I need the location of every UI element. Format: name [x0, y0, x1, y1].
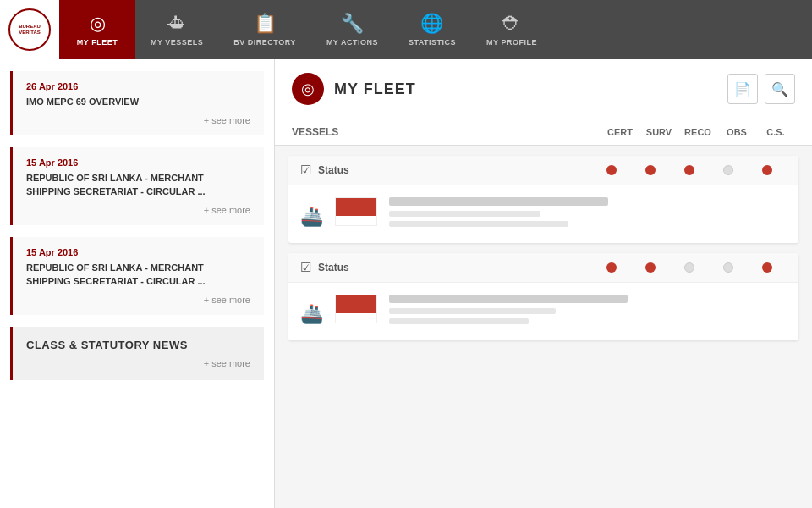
flag-stripe-2: [336, 305, 376, 313]
class-statutory-title: CLASS & STATUTORY NEWS: [26, 339, 250, 351]
dot-obs-1: [709, 165, 748, 175]
news-item-3[interactable]: 15 Apr 2016 REPUBLIC OF SRI LANKA - MERC…: [10, 237, 264, 315]
fleet-title: MY FLEET: [334, 80, 416, 98]
document-button[interactable]: 📄: [727, 74, 758, 104]
dot-reco-2-circle: [684, 262, 694, 273]
nav-label-my-profile: MY PROFILE: [486, 38, 537, 47]
search-button[interactable]: 🔍: [765, 74, 795, 104]
vessels-col-label: VESSELS: [292, 126, 601, 138]
dot-surv-2: [631, 262, 670, 273]
vessel-name-bar-1: [389, 197, 608, 206]
see-more-2[interactable]: + see more: [26, 205, 250, 215]
vessel-detail-bar-2a: [389, 308, 556, 314]
fleet-actions: 📄 🔍: [727, 74, 795, 104]
fleet-title-group: ◎ MY FLEET: [292, 73, 416, 105]
fleet-header: ◎ MY FLEET 📄 🔍: [275, 59, 812, 119]
dot-reco-1-circle: [684, 165, 694, 175]
nav-item-bv-directory[interactable]: 📋 BV DIRECTORY: [218, 0, 311, 59]
vessel-flag-2: [335, 295, 377, 323]
dot-cs-1: [748, 165, 787, 175]
nav-item-my-profile[interactable]: ⛑ MY PROFILE: [471, 0, 552, 59]
dot-reco-1: [670, 165, 709, 175]
nav-label-my-fleet: MY FLEET: [77, 38, 118, 47]
dot-cs-1-circle: [762, 165, 772, 175]
col-obs: OBS: [717, 127, 756, 137]
vessel-dots-2: [592, 262, 787, 273]
vessel-detail-bar-2b: [389, 318, 529, 324]
dot-obs-2-circle: [723, 262, 733, 273]
dot-reco-2: [670, 262, 709, 273]
nav-label-bv-directory: BV DIRECTORY: [233, 38, 296, 47]
vessel-flag-1: [335, 197, 377, 226]
vessel-status-1: Status: [318, 164, 349, 176]
fleet-circle-icon: ◎: [292, 73, 324, 105]
logo-text: BUREAUVERITAS: [19, 24, 41, 35]
vessel-checkbox-icon-2: ☑: [300, 260, 311, 275]
vessel-card-header-2: ☑ Status: [288, 253, 798, 283]
main-content: ◎ MY FLEET 📄 🔍 VESSELS CERT SURV RECO OB…: [275, 59, 812, 508]
vessel-status-group-2: ☑ Status: [300, 260, 349, 275]
nav-label-statistics: STATISTICS: [409, 38, 456, 47]
news-date-2: 15 Apr 2016: [26, 157, 250, 168]
news-title-2: REPUBLIC OF SRI LANKA - MERCHANT SHIPPIN…: [26, 172, 250, 198]
news-title-1: IMO MEPC 69 OVERVIEW: [26, 96, 250, 108]
col-reco: RECO: [678, 127, 717, 137]
my-actions-icon: 🔧: [341, 13, 364, 35]
col-surv: SURV: [639, 127, 678, 137]
top-navigation: BUREAUVERITAS ◎ MY FLEET ⛴ MY VESSELS 📋 …: [0, 0, 812, 59]
bv-directory-icon: 📋: [254, 13, 277, 35]
see-more-1[interactable]: + see more: [26, 115, 250, 125]
dot-surv-1-circle: [645, 165, 656, 175]
dot-cs-2-circle: [762, 262, 772, 273]
vessels-column-headers: CERT SURV RECO OBS C.S.: [601, 127, 795, 137]
dot-cert-2-circle: [606, 262, 617, 273]
news-title-3: REPUBLIC OF SRI LANKA - MERCHANT SHIPPIN…: [26, 262, 250, 288]
nav-label-my-actions: MY ACTIONS: [326, 38, 378, 47]
dot-cert-2: [592, 262, 631, 273]
vessel-ship-icon-2: 🚢: [300, 303, 323, 325]
vessel-card-body-2: 🚢: [288, 283, 798, 340]
vessels-table-header: VESSELS CERT SURV RECO OBS C.S.: [275, 119, 812, 146]
vessel-info-2: [389, 295, 787, 329]
dot-obs-1-circle: [723, 165, 733, 175]
class-statutory-see-more[interactable]: + see more: [26, 358, 250, 368]
my-vessels-icon: ⛴: [167, 13, 186, 35]
vessel-card-1[interactable]: ☑ Status 🚢: [288, 156, 798, 243]
dot-cert-1: [592, 165, 631, 175]
col-cs: C.S.: [756, 127, 795, 137]
nav-item-my-actions[interactable]: 🔧 MY ACTIONS: [311, 0, 393, 59]
vessel-card-header-1: ☑ Status: [288, 156, 798, 185]
vessel-info-1: [389, 197, 787, 231]
dot-cs-2: [748, 262, 787, 273]
main-layout: 26 Apr 2016 IMO MEPC 69 OVERVIEW + see m…: [0, 59, 812, 508]
see-more-3[interactable]: + see more: [26, 295, 250, 305]
vessel-detail-bar-1a: [389, 211, 540, 217]
vessel-status-group-1: ☑ Status: [300, 163, 349, 178]
nav-item-my-vessels[interactable]: ⛴ MY VESSELS: [135, 0, 218, 59]
class-statutory-section: CLASS & STATUTORY NEWS + see more: [10, 327, 264, 380]
my-profile-icon: ⛑: [502, 13, 521, 35]
logo: BUREAUVERITAS: [0, 0, 59, 59]
dot-cert-1-circle: [606, 165, 617, 175]
vessel-card-body-1: 🚢: [288, 185, 798, 243]
news-item-2[interactable]: 15 Apr 2016 REPUBLIC OF SRI LANKA - MERC…: [10, 147, 264, 225]
vessel-detail-bar-1b: [389, 221, 568, 227]
nav-item-my-fleet[interactable]: ◎ MY FLEET: [59, 0, 135, 59]
sidebar: 26 Apr 2016 IMO MEPC 69 OVERVIEW + see m…: [0, 59, 275, 508]
statistics-icon: 🌐: [420, 13, 443, 35]
my-fleet-icon: ◎: [90, 13, 106, 35]
vessel-status-2: Status: [318, 262, 349, 273]
vessel-name-bar-2: [389, 295, 628, 303]
news-date-1: 26 Apr 2016: [26, 81, 250, 91]
nav-item-statistics[interactable]: 🌐 STATISTICS: [393, 0, 471, 59]
nav-label-my-vessels: MY VESSELS: [151, 38, 203, 47]
news-item-1[interactable]: 26 Apr 2016 IMO MEPC 69 OVERVIEW + see m…: [10, 71, 264, 135]
dot-obs-2: [709, 262, 748, 273]
vessel-card-2[interactable]: ☑ Status 🚢: [288, 253, 798, 340]
logo-circle: BUREAUVERITAS: [8, 8, 51, 51]
vessel-ship-icon-1: 🚢: [300, 206, 323, 228]
dot-surv-1: [631, 165, 670, 175]
vessel-dots-1: [592, 165, 787, 175]
dot-surv-2-circle: [645, 262, 656, 273]
news-date-3: 15 Apr 2016: [26, 247, 250, 257]
